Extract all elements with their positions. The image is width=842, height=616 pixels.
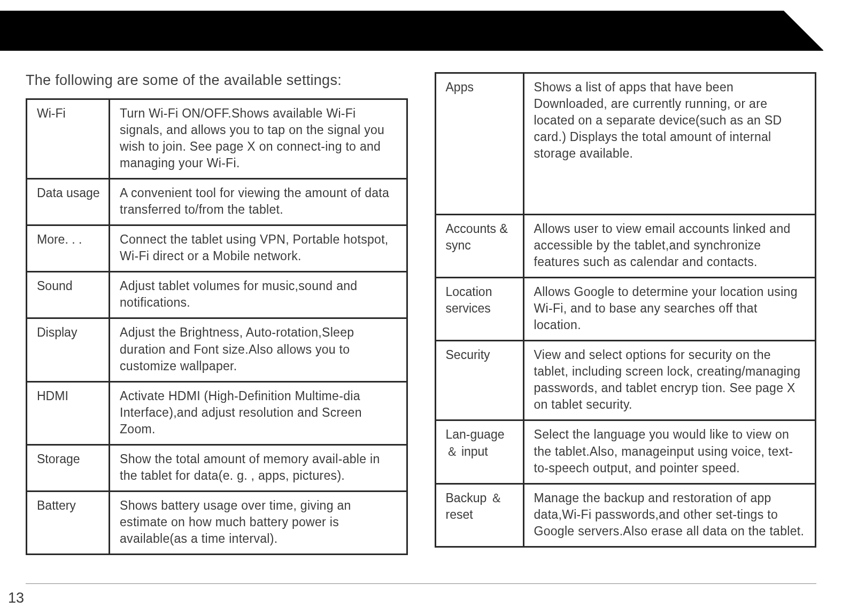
settings-table-right: AppsShows a list of apps that have been …	[435, 72, 817, 548]
setting-label: Display	[27, 318, 110, 381]
setting-label: Sound	[27, 272, 110, 318]
setting-label: Lan-guage ＆ input	[435, 420, 523, 484]
setting-description: Adjust the Brightness, Auto-rotation,Sle…	[110, 318, 407, 381]
settings-table-left: Wi-FiTurn Wi-Fi ON/OFF.Shows available W…	[26, 98, 408, 555]
setting-description: Connect the tablet using VPN, Portable h…	[110, 225, 407, 272]
right-column: AppsShows a list of apps that have been …	[435, 72, 817, 555]
table-row: Lan-guage ＆ inputSelect the language you…	[435, 420, 816, 484]
table-row: SecurityView and select options for secu…	[435, 341, 816, 420]
setting-description: Allows Google to determine your location…	[523, 278, 816, 341]
setting-description: Show the total amount of memory avail-ab…	[110, 445, 407, 491]
table-row: Backup ＆ resetManage the backup and rest…	[435, 484, 816, 547]
table-row: Accounts & syncAllows user to view email…	[435, 215, 816, 278]
setting-description: Shows battery usage over time, giving an…	[110, 491, 407, 554]
setting-description: Select the language you would like to vi…	[523, 420, 816, 484]
setting-description: Activate HDMI (High-Definition Multime-d…	[110, 381, 407, 445]
setting-label: Security	[435, 341, 523, 420]
setting-description: Adjust tablet volumes for music,sound an…	[110, 272, 407, 318]
setting-label: Backup ＆ reset	[435, 484, 523, 547]
table-row: Data usageA convenient tool for viewing …	[27, 179, 407, 225]
setting-description: Manage the backup and restoration of app…	[523, 484, 816, 547]
table-row: More. . .Connect the tablet using VPN, P…	[27, 225, 407, 272]
setting-label: Accounts & sync	[435, 215, 523, 278]
header-black-bar	[0, 11, 823, 51]
setting-description: View and select options for security on …	[523, 341, 816, 420]
setting-label: Battery	[27, 491, 110, 554]
content-wrapper: The following are some of the available …	[0, 51, 842, 555]
setting-description: Allows user to view email accounts linke…	[523, 215, 816, 278]
footer-divider	[26, 583, 816, 584]
table-row: AppsShows a list of apps that have been …	[435, 73, 816, 215]
left-column: The following are some of the available …	[26, 72, 408, 555]
setting-label: More. . .	[27, 225, 110, 272]
table-row: StorageShow the total amount of memory a…	[27, 445, 407, 491]
table-row: SoundAdjust tablet volumes for music,sou…	[27, 272, 407, 318]
setting-label: Apps	[435, 73, 523, 215]
setting-description: Shows a list of apps that have been Down…	[523, 73, 816, 215]
table-row: BatteryShows battery usage over time, gi…	[27, 491, 407, 554]
setting-label: Storage	[27, 445, 110, 491]
setting-label: HDMI	[27, 381, 110, 445]
setting-label: Data usage	[27, 179, 110, 225]
table-row: DisplayAdjust the Brightness, Auto-rotat…	[27, 318, 407, 381]
setting-label: Location services	[435, 278, 523, 341]
setting-description: Turn Wi-Fi ON/OFF.Shows available Wi-Fi …	[110, 99, 407, 179]
table-row: Location servicesAllows Google to determ…	[435, 278, 816, 341]
table-row: Wi-FiTurn Wi-Fi ON/OFF.Shows available W…	[27, 99, 407, 179]
page-number: 13	[8, 590, 24, 606]
table-row: HDMIActivate HDMI (High-Definition Multi…	[27, 381, 407, 445]
intro-text: The following are some of the available …	[26, 72, 408, 89]
setting-description: A convenient tool for viewing the amount…	[110, 179, 407, 225]
setting-label: Wi-Fi	[27, 99, 110, 179]
